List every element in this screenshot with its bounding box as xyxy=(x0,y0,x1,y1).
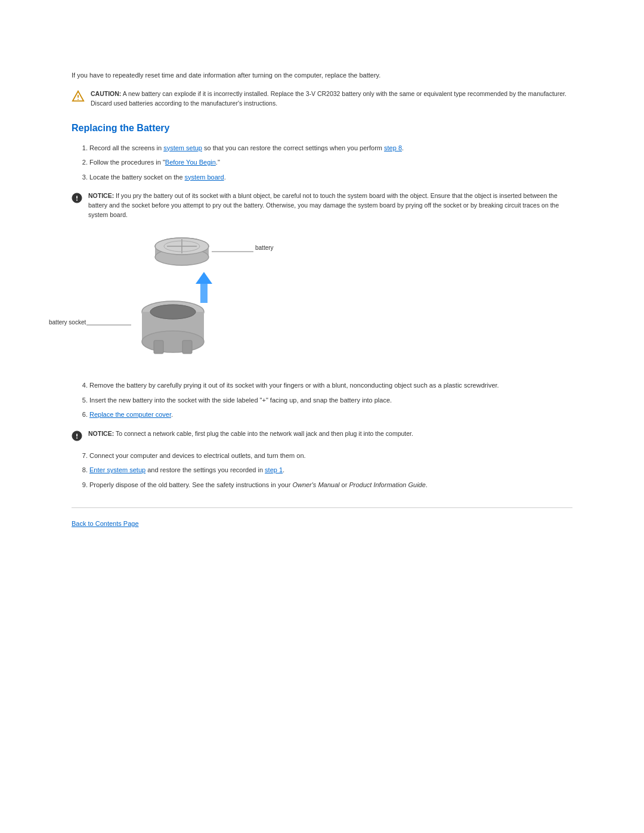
svg-point-5 xyxy=(76,200,78,201)
notice-icon-1 xyxy=(72,193,82,203)
product-info-guide-italic: Product Information Guide xyxy=(349,481,425,488)
step-3: Locate the battery socket on the system … xyxy=(89,172,572,182)
step-1: Record all the screens in system setup s… xyxy=(89,143,572,153)
section-title: Replacing the Battery xyxy=(72,123,572,134)
notice-box-2: NOTICE: To connect a network cable, firs… xyxy=(72,429,572,441)
intro-text: If you have to repeatedly reset time and… xyxy=(72,72,572,79)
notice-2-label: NOTICE: xyxy=(88,430,114,437)
step-5: Insert the new battery into the socket w… xyxy=(89,395,572,405)
replace-cover-link[interactable]: Replace the computer cover xyxy=(89,411,171,418)
notice-1-label: NOTICE: xyxy=(88,192,114,199)
system-setup-link-1[interactable]: system setup xyxy=(163,144,202,151)
steps-list-1: Record all the screens in system setup s… xyxy=(89,143,572,182)
battery-socket xyxy=(137,294,209,358)
caution-label: CAUTION: xyxy=(91,90,121,97)
notice-icon-2 xyxy=(72,431,82,441)
caution-icon xyxy=(72,90,85,103)
battery-diagram: battery xyxy=(119,231,310,368)
notice-2-text: NOTICE: To connect a network cable, firs… xyxy=(88,429,413,439)
caution-body: A new battery can explode if it is incor… xyxy=(91,90,566,107)
step-8-link[interactable]: step 8 xyxy=(384,144,402,151)
caution-box: CAUTION: A new battery can explode if it… xyxy=(72,89,572,109)
svg-rect-18 xyxy=(154,340,163,354)
back-to-contents-link[interactable]: Back to Contents Page xyxy=(72,520,139,527)
before-you-begin-link[interactable]: Before You Begin xyxy=(165,159,216,166)
caution-text: CAUTION: A new battery can explode if it… xyxy=(91,89,572,109)
step-6: Replace the computer cover. xyxy=(89,410,572,420)
step-7: Connect your computer and devices to ele… xyxy=(89,451,572,461)
battery-label-line xyxy=(212,248,259,255)
notice-1-body: If you pry the battery out of its socket… xyxy=(88,192,559,218)
svg-point-20 xyxy=(150,305,196,319)
step-4: Remove the battery by carefully prying i… xyxy=(89,380,572,391)
socket-label-line xyxy=(86,322,134,328)
svg-point-16 xyxy=(142,331,204,352)
step-9: Properly dispose of the old battery. See… xyxy=(89,480,572,490)
owners-manual-italic: Owner's Manual xyxy=(292,481,339,488)
notice-box-1: NOTICE: If you pry the battery out of it… xyxy=(72,191,572,219)
svg-rect-19 xyxy=(182,340,192,354)
battery-socket-label: battery socket xyxy=(49,319,86,326)
step-1-link[interactable]: step 1 xyxy=(265,466,283,473)
notice-2-body: To connect a network cable, first plug t… xyxy=(116,430,413,437)
page-divider xyxy=(72,507,572,508)
step-2: Follow the procedures in "Before You Beg… xyxy=(89,157,572,168)
system-board-link[interactable]: system board xyxy=(185,174,224,181)
battery-coin xyxy=(152,237,212,271)
svg-point-24 xyxy=(76,437,78,438)
notice-1-text: NOTICE: If you pry the battery out of it… xyxy=(88,191,572,219)
steps-list-2: Remove the battery by carefully prying i… xyxy=(89,380,572,420)
steps-list-3: Connect your computer and devices to ele… xyxy=(89,451,572,490)
page-content: If you have to repeatedly reset time and… xyxy=(0,0,644,563)
step-8: Enter system setup and restore the setti… xyxy=(89,465,572,475)
svg-point-2 xyxy=(78,99,79,100)
battery-label-text: battery xyxy=(255,244,274,251)
enter-system-setup-link[interactable]: Enter system setup xyxy=(89,466,145,473)
